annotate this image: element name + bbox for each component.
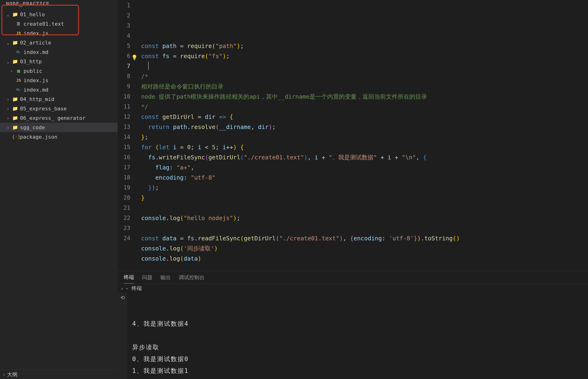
chevron-right-icon: › [120,285,123,291]
terminal-title: 终端 [132,285,142,292]
folder-icon: 📁 [12,59,18,64]
panel-tab-output[interactable]: 输出 [161,274,171,284]
item-label: public [24,68,42,74]
main-area: 123456789101112131415161718192021222324 … [118,0,588,379]
project-title: NODE_PRACTICE [0,0,118,9]
code-line[interactable]: const data = fs.readFileSync(getDirUrl("… [141,233,588,243]
item-label: index.md [24,49,48,55]
code-line[interactable]: console.log("hello nodejs"); [141,213,588,223]
code-line[interactable]: fs.writeFileSync(getDirUrl("./create01.t… [141,152,588,162]
item-label: index.js [24,30,48,36]
item-label: index.md [24,87,48,93]
code-line[interactable]: /* [141,71,588,81]
js-icon: JS [15,78,22,83]
panel-tabs: 终端问题输出调试控制台 [118,271,588,284]
folder-icon: 📁 [12,40,18,46]
code-line[interactable]: console.log('同步读取') [141,243,588,253]
code-editor[interactable]: 123456789101112131415161718192021222324 … [118,0,588,271]
file-item[interactable]: JSindex.js [0,76,118,85]
line-number: 18 [118,173,134,183]
terminal-line: 2、我是测试数据2 [132,377,586,379]
folder-item[interactable]: ›📁06_express_ generator [0,113,118,123]
code-content[interactable]: 💡 const path = require("path");const fs … [134,0,588,271]
line-number: 14 [118,132,134,142]
line-number: 3 [118,21,134,31]
terminal-line: 1、我是测试数据1 [132,365,586,377]
code-line[interactable]: const fs = require("fs"); [141,51,588,61]
file-item[interactable]: M↓index.md [0,47,118,57]
green-icon: ▦ [15,68,22,74]
panel-tab-debug[interactable]: 调试控制台 [179,274,205,284]
folder-item[interactable]: ⌄📁03_http [0,57,118,66]
file-item[interactable]: JSindex.js [0,29,118,38]
item-label: 04_http_mid [20,96,54,102]
code-line[interactable]: const getDirUrl = dir => { [141,112,588,122]
terminal-header[interactable]: › › 终端 [118,284,588,293]
file-item[interactable]: {·}package.json [0,132,118,142]
item-label: 05_express_base [20,106,67,111]
line-number: 1 [118,0,134,11]
code-line[interactable]: */ [141,102,588,112]
line-number: 20 [118,193,134,203]
folder-item[interactable]: ›📁sgg_code [0,123,118,132]
file-item[interactable]: 🗎create01.text [0,19,118,29]
code-line[interactable] [141,61,588,71]
outline-label: 大纲 [7,371,17,378]
code-line[interactable] [141,203,588,213]
terminal-output[interactable]: 4、我是测试数据4 异步读取0、我是测试数据01、我是测试数据12、我是测试数据… [128,293,588,379]
md-icon: M↓ [15,50,22,54]
line-number: 12 [118,112,134,122]
code-line[interactable]: flag: "a+", [141,162,588,173]
line-number: 17 [118,162,134,173]
folder-icon: 📁 [12,12,18,17]
item-label: 01_hello [20,12,45,17]
file-tree[interactable]: ⌄📁01_hello🗎create01.textJSindex.js⌄📁02_a… [0,9,118,370]
terminal-line: 4、我是测试数据4 [132,318,586,330]
js-icon: JS [15,31,22,35]
line-number: 5 [118,41,134,51]
code-line[interactable]: encoding: "utf-8" [141,173,588,183]
code-line[interactable]: for (let i = 0; i < 5; i++) { [141,142,588,152]
panel-tab-problems[interactable]: 问题 [142,274,152,284]
folder-item[interactable]: ›📁04_http_mid [0,95,118,104]
lightbulb-icon[interactable]: 💡 [131,52,138,63]
item-label: sgg_code [20,125,45,130]
chevron-down-icon: ⌄ [6,40,10,45]
code-line[interactable]: }; [141,132,588,142]
terminal-line: 异步读取 [132,341,586,353]
code-line[interactable] [141,223,588,233]
code-line[interactable]: const path = require("path"); [141,41,588,51]
item-label: 02_article [20,40,51,46]
file-item[interactable]: M↓index.md [0,85,118,95]
folder-icon: 📁 [12,96,18,102]
line-number: 19 [118,183,134,193]
text-caret [148,62,149,70]
line-number: 13 [118,122,134,132]
code-line[interactable]: 相对路径是命令窗口执行的目录 [141,81,588,92]
code-line[interactable]: return path.resolve(__dirname, dir); [141,122,588,132]
folder-item[interactable]: ⌄📁02_article [0,38,118,47]
line-number: 22 [118,213,134,223]
line-number: 8 [118,71,134,81]
chevron-right-icon: › [9,68,14,73]
code-line[interactable]: console.log(data) [141,253,588,264]
line-number: 24 [118,233,134,243]
code-line[interactable]: }); [141,183,588,193]
folder-item[interactable]: ⌄📁01_hello [0,10,118,19]
panel-tab-terminal[interactable]: 终端 [124,274,134,284]
folder-icon: 📁 [12,125,18,130]
history-icon[interactable]: ⟲ [120,295,125,300]
folder-icon: 📁 [12,106,18,111]
folder-item[interactable]: ›▦public [0,66,118,76]
outline-section[interactable]: › 大纲 [0,370,118,379]
folder-item[interactable]: ›📁05_express_base [0,104,118,113]
file-explorer-sidebar: NODE_PRACTICE ⌄📁01_hello🗎create01.textJS… [0,0,118,379]
bottom-panel: 终端问题输出调试控制台 › › 终端 ⟲ 4、我是测试数据4 异步读取0、我是测… [118,271,588,379]
code-line[interactable]: } [141,193,588,203]
code-line[interactable]: node 提供了path模块来操作路径相关的api，其中__dirname是一个… [141,92,588,102]
chevron-down-icon: ⌄ [6,59,10,64]
code-line[interactable] [141,264,588,271]
folder-icon: 📁 [12,115,18,121]
line-number: 9 [118,81,134,92]
line-number: 7 [118,61,134,71]
